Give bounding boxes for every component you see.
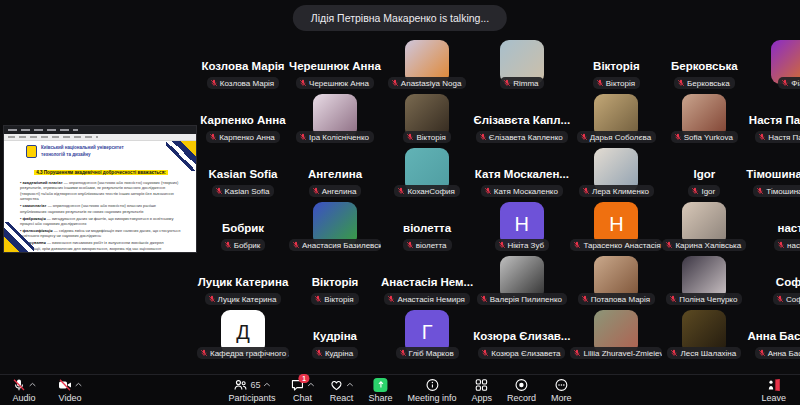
participant-tile[interactable]: Фіа: [746, 36, 800, 90]
participant-name: настя: [777, 222, 800, 234]
name-pill: Liliia Zhuravel-Zmieieva: [570, 347, 662, 359]
name-pill: Anastasiya Noga: [388, 77, 466, 89]
participant-tile[interactable]: АнгелинаАнгелина: [289, 144, 381, 198]
participant-tile[interactable]: Луцик КатеринаЛуцик Катерина: [197, 252, 289, 306]
name-pill-label: Потапова Марія: [591, 295, 650, 304]
participant-tile[interactable]: Єлізавєта Капл...Єлізавета Капленко: [473, 90, 570, 144]
shared-document: Київський національний університет техно…: [4, 141, 196, 252]
more-button[interactable]: More: [551, 378, 572, 403]
participant-tile[interactable]: НТарасенко Анастасія: [570, 198, 662, 252]
participant-name: Берковська: [671, 60, 738, 72]
more-icon: [554, 378, 568, 392]
participant-tile[interactable]: настянастя: [746, 198, 800, 252]
participant-tile[interactable]: Леся Шалахіна: [662, 306, 746, 360]
participant-tile[interactable]: Катя Москален...Катя Москаленко: [473, 144, 570, 198]
participant-name: віолетта: [403, 222, 451, 234]
participant-tile[interactable]: Лера Клименко: [570, 144, 662, 198]
participant-tile[interactable]: Дарья Соболєва: [570, 90, 662, 144]
university-name-line1: Київський національний університет: [41, 145, 124, 151]
participant-tile[interactable]: Вікторія: [381, 90, 473, 144]
participant-tile[interactable]: СофіяСофія: [746, 252, 800, 306]
share-button[interactable]: Share: [368, 378, 392, 403]
participant-tile[interactable]: Анастасия Базилевска...: [289, 198, 381, 252]
share-icon: [373, 378, 387, 392]
participants-icon: [233, 378, 247, 392]
participant-tile[interactable]: Sofia Yurkova: [662, 90, 746, 144]
name-pill-label: Єлізавета Капленко: [489, 133, 563, 142]
chevron-up-icon[interactable]: [29, 382, 36, 387]
name-pill-label: Тімошина Олена: [766, 187, 800, 196]
participant-tile[interactable]: ННікіта Зуб: [473, 198, 570, 252]
participant-name: Черешнюк Анна: [289, 60, 381, 72]
shared-screen-window[interactable]: Київський національний університет техно…: [4, 126, 196, 252]
participant-tile[interactable]: Потапова Марія: [570, 252, 662, 306]
audio-label: Audio: [12, 393, 35, 403]
participant-tile[interactable]: Карпенко АннаКарпенко Анна: [197, 90, 289, 144]
name-pill-label: Софія: [786, 295, 800, 304]
participant-tile[interactable]: IgorIgor: [662, 144, 746, 198]
participant-tile[interactable]: Козлова МаріяКозлова Марія: [197, 36, 289, 90]
muted-mic-icon: [397, 187, 405, 195]
participant-tile[interactable]: Валерія Пилипенко: [473, 252, 570, 306]
participant-name: Вікторія: [312, 276, 359, 288]
participant-name: Софія: [776, 276, 800, 288]
participant-tile[interactable]: Rimma: [473, 36, 570, 90]
meeting-info-button[interactable]: Meeting info: [407, 378, 456, 403]
participant-name: Кудріна: [313, 330, 357, 342]
participant-tile[interactable]: віолеттавіолетта: [381, 198, 473, 252]
name-pill: Дарья Соболєва: [577, 131, 656, 143]
participant-tile[interactable]: КоханСофия: [381, 144, 473, 198]
participant-tile[interactable]: Анна БасанськаАнна Басанська: [746, 306, 800, 360]
muted-mic-icon: [387, 295, 395, 303]
muted-mic-icon: [481, 349, 489, 357]
chevron-up-icon[interactable]: [346, 382, 353, 387]
record-button[interactable]: Record: [507, 378, 536, 403]
react-button[interactable]: React: [329, 378, 353, 403]
participant-tile[interactable]: Козюра Єлизав...Козюра Єлизавета: [473, 306, 570, 360]
participant-tile[interactable]: БерковськаБерковська: [662, 36, 746, 90]
name-pill: Анастасия Базилевска...: [289, 239, 381, 251]
video-button[interactable]: Video: [58, 378, 82, 403]
participants-button[interactable]: 65 Participants: [228, 378, 275, 403]
participant-tile[interactable]: БобрикБобрик: [197, 198, 289, 252]
chevron-up-icon[interactable]: [75, 382, 82, 387]
participant-tile[interactable]: Anastasiya Noga: [381, 36, 473, 90]
name-pill-label: Кафедра графічного д...: [210, 349, 289, 358]
participant-tile[interactable]: ГГліб Марков: [381, 306, 473, 360]
muted-mic-icon: [665, 241, 673, 249]
muted-mic-icon: [406, 241, 414, 249]
doc-bullet: • фабрикація — вигадування даних чи факт…: [20, 216, 182, 227]
chat-button[interactable]: 1 Chat: [290, 378, 314, 403]
name-pill: віолетта: [403, 239, 452, 251]
participant-name: Луцик Катерина: [198, 276, 289, 288]
heart-icon: [329, 378, 343, 392]
apps-button[interactable]: Apps: [472, 378, 493, 403]
participant-tile[interactable]: Іра Колісніченко: [289, 90, 381, 144]
participant-tile[interactable]: Настя ПаліводаНастя Палівода: [746, 90, 800, 144]
participant-tile[interactable]: Liliia Zhuravel-Zmieieva: [570, 306, 662, 360]
muted-mic-icon: [503, 79, 511, 87]
participant-name: Ангелина: [308, 168, 362, 180]
participant-tile[interactable]: ДКафедра графічного д...: [197, 306, 289, 360]
participant-tile[interactable]: ВікторіяВікторія: [570, 36, 662, 90]
name-pill-label: Ангелина: [322, 187, 357, 196]
participant-tile[interactable]: Тімошина ОленаТімошина Олена: [746, 144, 800, 198]
participant-tile[interactable]: Анастасія Нем...Анастасія Немиря: [381, 252, 473, 306]
leave-button[interactable]: Leave: [761, 378, 786, 403]
chevron-up-icon[interactable]: [307, 382, 314, 387]
participant-tile[interactable]: КудрінаКудріна: [289, 306, 381, 360]
audio-button[interactable]: Audio: [12, 378, 36, 403]
participant-tile[interactable]: ВікторіяВікторія: [289, 252, 381, 306]
participant-tile[interactable]: Kasian SofiaKasian Sofia: [197, 144, 289, 198]
participant-tile[interactable]: Черешнюк АннаЧерешнюк Анна: [289, 36, 381, 90]
name-pill: Анастасія Немиря: [384, 293, 469, 305]
name-pill: Козюра Єлизавета: [478, 347, 565, 359]
participant-tile[interactable]: Поліна Чепурко: [662, 252, 746, 306]
mic-muted-icon: [12, 378, 26, 392]
name-pill-label: Вікторія: [324, 295, 353, 304]
chevron-up-icon[interactable]: [263, 382, 270, 387]
participant-tile[interactable]: Карина Халівська: [662, 198, 746, 252]
university-name-line2: технологій та дизайну: [41, 152, 124, 158]
muted-mic-icon: [498, 241, 506, 249]
name-pill-label: Igor: [701, 187, 715, 196]
